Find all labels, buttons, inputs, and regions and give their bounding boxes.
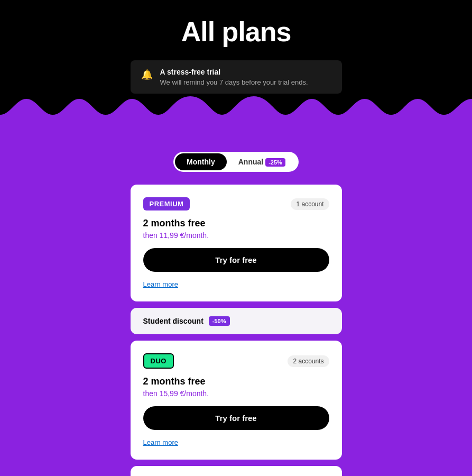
trial-text: A stress-free trial We will remind you 7…: [160, 68, 308, 86]
duo-badge: DUO: [143, 353, 174, 369]
trial-heading: A stress-free trial: [160, 68, 308, 76]
main-section: Monthly Annual-25% PREMIUM 1 account 2 m…: [0, 136, 472, 476]
duo-price: then 15,99 €/month.: [143, 389, 329, 398]
annual-toggle[interactable]: Annual-25%: [227, 153, 297, 170]
billing-toggle: Monthly Annual-25%: [11, 152, 461, 172]
duo-card-header: DUO 2 accounts: [143, 353, 329, 369]
premium-try-button[interactable]: Try for free: [143, 248, 329, 272]
premium-card: PREMIUM 1 account 2 months free then 11,…: [131, 185, 342, 301]
premium-learn-more[interactable]: Learn more: [143, 280, 178, 288]
premium-accounts: 1 account: [291, 198, 329, 210]
duo-accounts: 2 accounts: [288, 355, 329, 367]
top-section: All plans 🔔 A stress-free trial We will …: [0, 0, 472, 94]
student-discount-card: Student discount -50%: [131, 308, 342, 334]
trial-banner: 🔔 A stress-free trial We will remind you…: [131, 60, 342, 94]
annual-label: Annual: [238, 158, 263, 166]
premium-card-header: PREMIUM 1 account: [143, 197, 329, 210]
duo-card: DUO 2 accounts 2 months free then 15,99 …: [131, 341, 342, 460]
student-discount-badge: -50%: [209, 316, 230, 326]
premium-price: then 11,99 €/month.: [143, 231, 329, 240]
premium-badge: PREMIUM: [143, 197, 190, 210]
duo-learn-more[interactable]: Learn more: [143, 438, 178, 446]
premium-free-months: 2 months free: [143, 218, 329, 229]
trial-description: We will remind you 7 days before your tr…: [160, 78, 308, 86]
page-title: All plans: [11, 16, 461, 48]
wave-separator: [0, 94, 472, 136]
bell-icon: 🔔: [141, 69, 153, 80]
duo-free-months: 2 months free: [143, 376, 329, 387]
student-discount-label: Student discount: [143, 317, 203, 325]
famille-card: FAMILLE 6 accounts 2 months free then 19…: [131, 466, 342, 476]
monthly-toggle[interactable]: Monthly: [175, 153, 227, 170]
toggle-container: Monthly Annual-25%: [173, 152, 299, 172]
duo-try-button[interactable]: Try for free: [143, 406, 329, 430]
annual-discount-badge: -25%: [265, 158, 285, 167]
